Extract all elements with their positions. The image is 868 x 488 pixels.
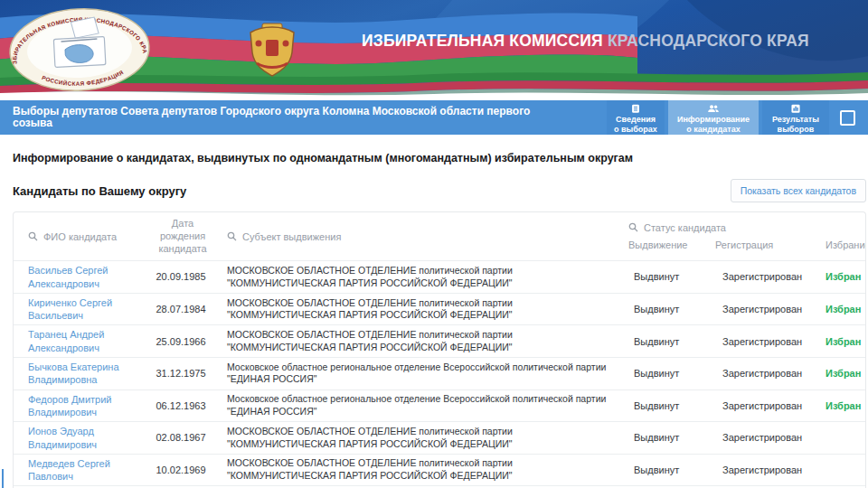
candidate-nominating-party: МОСКОВСКОЕ ОБЛАСТНОЕ ОТДЕЛЕНИЕ политичес… (216, 293, 628, 325)
chart-icon (788, 104, 803, 113)
candidate-nominating-party: Московское областное региональное отделе… (216, 358, 628, 390)
candidate-name-link[interactable]: Федоров Дмитрий Владимирович (28, 393, 142, 419)
candidate-name-link[interactable]: Ионов Эдуард Владимирович (28, 425, 142, 451)
header-banner: ИЗБИРАТЕЛЬНАЯ КОМИССИЯ КРАСНОДАРСКОГО КР… (0, 0, 868, 100)
fullscreen-icon[interactable] (840, 110, 855, 126)
candidate-nominating-party: Московское областное региональное отделе… (216, 389, 628, 422)
tab-label-line2: выборов (778, 125, 815, 135)
column-header-election[interactable]: Избрание (816, 234, 866, 261)
tab-label-line1: Результаты (772, 115, 819, 125)
candidate-election-status: Избран (816, 325, 866, 358)
banner-artwork: ИЗБИРАТЕЛЬНАЯ КОМИССИЯ КРАСНОДАРСКОГО КР… (0, 0, 868, 100)
column-header-birthdate[interactable]: Дата рождения кандидата (149, 212, 216, 261)
candidate-row: Ионов Эдуард Владимирович 02.08.1967 МОС… (14, 422, 866, 455)
tab-label-line1: Сведения (616, 115, 656, 125)
candidate-election-status: Избран (816, 389, 866, 422)
candidates-table: ФИО кандидата Дата рождения кандидата Су… (14, 212, 866, 488)
page: ИЗБИРАТЕЛЬНАЯ КОМИССИЯ КРАСНОДАРСКОГО КР… (0, 0, 868, 488)
main-content: Информирование о кандидатах, выдвинутых … (0, 135, 868, 488)
people-icon (704, 104, 722, 113)
column-header-fio[interactable]: ФИО кандидата (14, 212, 149, 261)
tab-label-line2: о выборах (614, 125, 657, 135)
banner-title-part2: КРАСНОДАРСКОГО КРАЯ (608, 32, 809, 50)
candidate-row: Кириченко Сергей Васильевич 28.07.1984 М… (14, 293, 866, 325)
candidate-election-status (816, 422, 866, 455)
candidate-nomination-status: Выдвинут (628, 422, 715, 455)
column-label-registration: Регистрация (715, 239, 773, 250)
tab-election-results[interactable]: Результаты выборов (762, 100, 829, 135)
page-title: Информирование о кандидатах, выдвинутых … (13, 152, 866, 164)
candidate-registration-status: Зарегистрирован (715, 389, 816, 422)
candidate-nominating-party: МОСКОВСКОЕ ОБЛАСТНОЕ ОТДЕЛЕНИЕ политичес… (216, 261, 628, 294)
column-header-nomination[interactable]: Выдвижение (628, 234, 715, 261)
candidate-nomination-status: Выдвинут (628, 358, 715, 390)
candidate-nomination-status: Выдвинут (628, 261, 715, 294)
candidate-row: Васильев Сергей Александрович 20.09.1985… (14, 261, 866, 294)
candidate-registration-status: Зарегистрирован (715, 358, 816, 390)
candidate-election-status: Избран (816, 293, 866, 325)
candidate-election-status: Избран (816, 261, 866, 294)
candidate-name-link[interactable]: Кириченко Сергей Васильевич (28, 296, 142, 323)
column-label-birthdate: Дата рождения кандидата (158, 218, 206, 254)
candidate-nominating-party: МОСКОВСКОЕ ОБЛАСТНОЕ ОТДЕЛЕНИЕ политичес… (216, 325, 628, 358)
candidate-nomination-status: Выдвинут (628, 325, 715, 358)
left-edge-indicator (2, 469, 4, 488)
candidate-nomination-status: Выдвинут (628, 454, 715, 486)
show-all-candidates-button[interactable]: Показать всех кандидатов (731, 179, 866, 202)
tab-election-details[interactable]: Сведения о выборах (607, 100, 665, 135)
candidate-row: Медведев Сергей Павлович 10.02.1969 МОСК… (14, 454, 866, 486)
column-label-nomination: Выдвижение (628, 239, 687, 250)
tab-candidate-information[interactable]: Информирование о кандидатах (668, 100, 759, 135)
candidate-birthdate: 02.08.1967 (149, 422, 216, 455)
candidate-registration-status: Зарегистрирован (715, 422, 816, 455)
search-icon (628, 222, 638, 232)
banner-title-part1: ИЗБИРАТЕЛЬНАЯ КОМИССИЯ (362, 32, 603, 50)
candidate-name-link[interactable]: Бычкова Екатерина Владимировна (28, 361, 142, 387)
tab-label-line1: Информирование (677, 115, 750, 125)
column-label-status-group: Статус кандидата (644, 222, 726, 233)
candidate-birthdate: 06.12.1963 (149, 389, 216, 422)
candidate-nomination-status: Выдвинут (628, 293, 715, 325)
column-label-election: Избрание (826, 239, 866, 250)
candidate-election-status: Избран (816, 358, 866, 390)
candidate-nominating-party: МОСКОВСКОЕ ОБЛАСТНОЕ ОТДЕЛЕНИЕ политичес… (216, 422, 628, 455)
section-title: Кандидаты по Вашему округу (13, 184, 186, 198)
candidate-election-status (816, 454, 866, 486)
search-icon (227, 231, 237, 241)
candidate-row: Таранец Андрей Александрович 25.09.1966 … (14, 325, 866, 358)
candidate-birthdate: 10.02.1969 (149, 454, 216, 486)
candidate-birthdate: 31.12.1975 (149, 358, 216, 390)
search-icon (28, 231, 38, 241)
candidate-birthdate: 28.07.1984 (149, 293, 216, 325)
candidate-name-link[interactable]: Медведев Сергей Павлович (28, 457, 142, 483)
candidate-registration-status: Зарегистрирован (715, 454, 816, 486)
tab-label-line2: о кандидатах (686, 125, 740, 135)
column-label-fio: ФИО кандидата (43, 231, 117, 242)
candidate-registration-status: Зарегистрирован (715, 261, 816, 294)
candidate-name-link[interactable]: Таранец Андрей Александрович (28, 328, 142, 354)
column-header-status-group[interactable]: Статус кандидата (628, 212, 866, 234)
candidate-nominating-party: МОСКОВСКОЕ ОБЛАСТНОЕ ОТДЕЛЕНИЕ политичес… (216, 454, 628, 486)
banner-title: ИЗБИРАТЕЛЬНАЯ КОМИССИЯ КРАСНОДАРСКОГО КР… (362, 32, 809, 50)
document-icon (628, 104, 643, 113)
candidate-name-link[interactable]: Васильев Сергей Александрович (28, 264, 142, 290)
candidate-registration-status: Зарегистрирован (715, 325, 816, 358)
candidate-row: Федоров Дмитрий Владимирович 06.12.1963 … (14, 389, 866, 422)
candidate-registration-status: Зарегистрирован (715, 293, 816, 325)
column-header-registration[interactable]: Регистрация (715, 234, 816, 261)
candidate-birthdate: 20.09.1985 (149, 261, 216, 294)
column-label-subject: Субъект выдвижения (242, 231, 341, 242)
election-campaign-title: Выборы депутатов Совета депутатов Городс… (0, 106, 561, 129)
candidates-table-card: ФИО кандидата Дата рождения кандидата Су… (13, 211, 866, 488)
candidate-birthdate: 25.09.1966 (149, 325, 216, 358)
election-navbar: Выборы депутатов Совета депутатов Городс… (0, 100, 868, 135)
candidate-nomination-status: Выдвинут (628, 389, 715, 422)
column-header-subject[interactable]: Субъект выдвижения (216, 212, 628, 261)
candidate-row: Бычкова Екатерина Владимировна 31.12.197… (14, 358, 866, 390)
navbar-tabs: Сведения о выборах Информирование о канд… (607, 100, 829, 135)
